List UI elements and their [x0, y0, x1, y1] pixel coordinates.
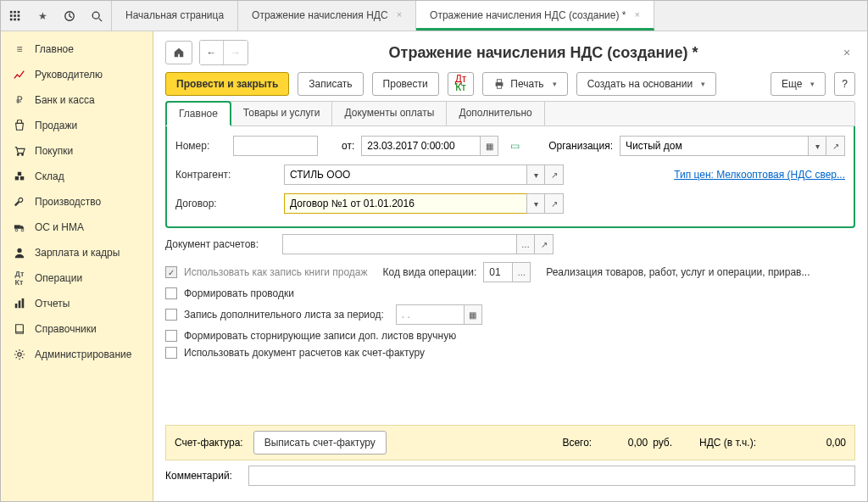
sidebar-item-production[interactable]: Производство	[1, 189, 153, 215]
ruble-icon: ₽	[13, 93, 26, 107]
op-code-input[interactable]: 01	[483, 262, 512, 282]
sidebar-item-catalogs[interactable]: Справочники	[1, 316, 153, 342]
sidebar-item-purchases[interactable]: Покупки	[1, 138, 153, 164]
tab-vat-create[interactable]: Отражение начисления НДС (создание) * ×	[416, 1, 654, 31]
inner-tab-additional[interactable]: Дополнительно	[447, 102, 544, 126]
tab-label: Отражение начисления НДС	[252, 9, 388, 21]
sidebar-item-bank[interactable]: ₽Банк и касса	[1, 87, 153, 113]
close-icon[interactable]: ×	[397, 9, 402, 20]
counterparty-input[interactable]: СТИЛЬ ООО	[284, 165, 526, 185]
svg-point-11	[17, 154, 19, 156]
form-additional: Документ расчетов: … ↗ Использовать как …	[165, 228, 855, 364]
nav-group: ← →	[199, 40, 248, 65]
sidebar-item-warehouse[interactable]: Склад	[1, 164, 153, 189]
select-icon[interactable]: …	[516, 234, 535, 254]
truck-icon	[13, 220, 26, 234]
tab-vat-doc[interactable]: Отражение начисления НДС ×	[238, 1, 416, 31]
inner-tab-main[interactable]: Главное	[165, 101, 231, 126]
open-icon[interactable]: ↗	[545, 193, 564, 214]
inner-tab-goods[interactable]: Товары и услуги	[231, 102, 333, 126]
help-button[interactable]: ?	[834, 72, 855, 96]
svg-rect-15	[18, 172, 21, 176]
sidebar-item-operations[interactable]: ДтКтОперации	[1, 265, 153, 291]
comment-label: Комментарий:	[165, 470, 242, 482]
op-code-label: Код вида операции:	[383, 266, 477, 278]
post-button[interactable]: Провести	[372, 72, 439, 96]
tab-start-page[interactable]: Начальная страница	[112, 1, 238, 31]
create-based-button[interactable]: Создать на основании	[576, 72, 717, 96]
wrench-icon	[13, 195, 26, 209]
org-field: Чистый дом ▾ ↗	[620, 136, 845, 156]
calendar-icon[interactable]: ▦	[464, 304, 482, 325]
svg-rect-7	[14, 18, 16, 20]
home-button[interactable]	[165, 41, 192, 64]
open-icon[interactable]: ↗	[826, 136, 845, 156]
sidebar-item-reports[interactable]: Отчеты	[1, 291, 153, 316]
sales-book-checkbox	[165, 266, 177, 278]
chart-icon	[13, 68, 26, 81]
calendar-icon[interactable]: ▦	[480, 136, 498, 156]
open-icon[interactable]: ↗	[545, 165, 564, 185]
svg-rect-14	[20, 176, 24, 180]
postings-checkbox[interactable]	[165, 287, 177, 299]
svg-rect-20	[15, 304, 18, 308]
sidebar-item-main[interactable]: ≡Главное	[1, 36, 153, 62]
contract-input[interactable]: Договор №1 от 01.01.2016	[284, 193, 526, 214]
sidebar-item-manager[interactable]: Руководителю	[1, 62, 153, 87]
write-invoice-button[interactable]: Выписать счет-фактуру	[253, 431, 387, 455]
bag-icon	[13, 119, 26, 132]
invoice-doc-checkbox[interactable]	[165, 347, 177, 359]
close-page-icon[interactable]: ×	[838, 46, 855, 59]
window-tabs: Начальная страница Отражение начисления …	[112, 1, 867, 31]
addsheet-period-input[interactable]: . .	[396, 304, 464, 325]
vat-value: 0,00	[761, 437, 846, 449]
gear-icon	[13, 348, 26, 361]
star-icon[interactable]: ★	[35, 8, 50, 24]
form-icon[interactable]: ▭	[510, 140, 520, 152]
book-icon	[13, 322, 26, 336]
select-icon[interactable]: …	[512, 262, 531, 282]
more-button[interactable]: Еще	[771, 72, 826, 96]
settlement-doc-input[interactable]	[282, 234, 516, 254]
search-icon[interactable]	[89, 8, 104, 24]
menu-icon: ≡	[13, 42, 26, 56]
forward-button[interactable]: →	[224, 41, 248, 64]
price-type-link[interactable]: Тип цен: Мелкооптовая (НДС свер...	[674, 169, 845, 181]
dropdown-icon[interactable]: ▾	[526, 193, 545, 214]
topbar-icons: ★	[1, 1, 112, 31]
cart-icon	[13, 144, 26, 158]
comment-input[interactable]	[248, 466, 855, 486]
save-button[interactable]: Записать	[298, 72, 363, 96]
org-label: Организация:	[548, 140, 613, 152]
footer: Счет-фактура: Выписать счет-фактуру Всег…	[165, 416, 855, 493]
sidebar-item-hr[interactable]: Зарплата и кадры	[1, 240, 153, 265]
back-button[interactable]: ←	[200, 41, 224, 64]
close-icon[interactable]: ×	[635, 9, 640, 20]
dropdown-icon[interactable]: ▾	[526, 165, 545, 185]
dtkt-button[interactable]: ДтКт	[448, 72, 475, 96]
total-label: Всего:	[562, 437, 592, 449]
sidebar-item-sales[interactable]: Продажи	[1, 113, 153, 138]
dropdown-icon[interactable]: ▾	[808, 136, 826, 156]
sidebar-item-admin[interactable]: Администрирование	[1, 342, 153, 367]
print-button[interactable]: Печать	[482, 72, 567, 96]
number-input[interactable]	[233, 136, 318, 156]
open-icon[interactable]: ↗	[535, 234, 554, 254]
bars-icon	[13, 297, 26, 310]
svg-rect-25	[498, 80, 502, 83]
post-and-close-button[interactable]: Провести и закрыть	[165, 72, 289, 96]
storno-checkbox[interactable]	[165, 330, 177, 342]
history-icon[interactable]	[62, 8, 77, 24]
org-input[interactable]: Чистый дом	[620, 136, 808, 156]
svg-rect-2	[18, 10, 20, 13]
command-bar: Провести и закрыть Записать Провести ДтК…	[165, 72, 855, 96]
svg-point-17	[15, 229, 18, 231]
apps-icon[interactable]	[8, 8, 23, 24]
sidebar-item-assets[interactable]: ОС и НМА	[1, 215, 153, 240]
total-value: 0,00	[597, 437, 648, 449]
inner-tab-payments[interactable]: Документы оплаты	[332, 102, 447, 126]
addsheet-checkbox[interactable]	[165, 309, 177, 321]
content: ← → Отражение начисления НДС (создание) …	[153, 31, 867, 501]
op-code-field: 01 …	[483, 262, 531, 282]
date-input[interactable]: 23.03.2017 0:00:00	[361, 136, 480, 156]
